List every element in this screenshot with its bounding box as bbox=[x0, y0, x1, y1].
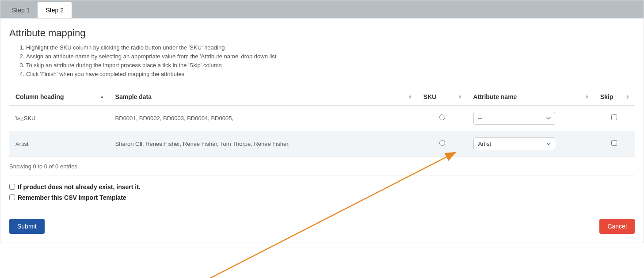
column-header-attribute-name[interactable]: Attribute name ▲▼ bbox=[467, 89, 594, 105]
sort-icon: ▲▼ bbox=[585, 95, 589, 99]
table-info: Showing 0 to 0 of 0 entries bbox=[9, 163, 635, 170]
instruction-item: Assign an attribute name by selecting an… bbox=[26, 52, 635, 61]
submit-button[interactable]: Submit bbox=[9, 219, 45, 234]
option-label: Remember this CSV Import Template bbox=[18, 194, 126, 201]
column-header-label: Column heading bbox=[15, 93, 64, 100]
instruction-item: Click 'Finish' when you have completed m… bbox=[26, 70, 635, 79]
annotation-layer: Time to map each column to the right att… bbox=[0, 256, 644, 278]
attribute-name-select[interactable]: --Artist bbox=[473, 137, 555, 150]
tab-step-1[interactable]: Step 1 bbox=[4, 2, 38, 18]
cancel-button[interactable]: Cancel bbox=[599, 219, 635, 234]
column-header-column-heading[interactable]: Column heading ▲ bbox=[9, 89, 109, 105]
instruction-item: To skip an attribute during the import p… bbox=[26, 61, 635, 70]
sort-icon: ▲ bbox=[100, 96, 104, 98]
skip-checkbox[interactable] bbox=[611, 114, 617, 120]
cell-attribute-name: --Artist bbox=[467, 131, 594, 156]
skip-checkbox[interactable] bbox=[611, 140, 617, 146]
column-header-label: Sample data bbox=[115, 93, 152, 100]
cell-sample-data: BD0001, BD0002, BD0003, BD0004, BD0005, bbox=[109, 105, 417, 131]
attribute-name-select[interactable]: --Artist bbox=[473, 112, 555, 125]
option-remember-template[interactable]: Remember this CSV Import Template bbox=[9, 194, 635, 201]
sort-icon: ▲▼ bbox=[626, 95, 629, 99]
column-header-label: Skip bbox=[600, 93, 614, 100]
option-label: If product does not already exist, inser… bbox=[18, 183, 141, 190]
sku-radio[interactable] bbox=[439, 140, 445, 146]
instruction-item: Highlight the SKU column by clicking the… bbox=[26, 43, 635, 52]
cell-sample-data: Sharon Gll, Renee Fisher, Renee Fisher, … bbox=[109, 131, 417, 156]
mapping-table: Column heading ▲ Sample data ▲▼ SKU bbox=[9, 89, 635, 157]
sort-icon: ▲▼ bbox=[458, 95, 462, 99]
column-header-skip[interactable]: Skip ▲▼ bbox=[594, 89, 635, 105]
instructions-list: Highlight the SKU column by clicking the… bbox=[26, 43, 635, 79]
options-section: If product does not already exist, inser… bbox=[9, 175, 635, 201]
column-header-label: SKU bbox=[423, 93, 437, 100]
cell-attribute-name: --Artist bbox=[467, 105, 594, 131]
page-title: Attribute mapping bbox=[9, 27, 635, 39]
cell-skip bbox=[594, 131, 635, 156]
table-row: ï»¿SKUBD0001, BD0002, BD0003, BD0004, BD… bbox=[9, 105, 635, 131]
column-header-sample-data[interactable]: Sample data ▲▼ bbox=[109, 89, 417, 105]
checkbox-remember-template[interactable] bbox=[9, 194, 15, 200]
cell-column-heading: ï»¿SKU bbox=[9, 105, 109, 131]
option-insert-if-missing[interactable]: If product does not already exist, inser… bbox=[9, 183, 635, 190]
column-header-label: Attribute name bbox=[473, 93, 517, 100]
buttons-row: Submit Cancel bbox=[9, 219, 635, 234]
table-row: ArtistSharon Gll, Renee Fisher, Renee Fi… bbox=[9, 131, 635, 156]
tab-step-2[interactable]: Step 2 bbox=[38, 2, 71, 18]
cell-skip bbox=[594, 105, 635, 131]
sku-radio[interactable] bbox=[439, 114, 445, 120]
content-panel: Attribute mapping Highlight the SKU colu… bbox=[0, 19, 644, 243]
sort-icon: ▲▼ bbox=[408, 95, 412, 99]
cell-sku bbox=[417, 131, 467, 156]
column-header-sku[interactable]: SKU ▲▼ bbox=[417, 89, 467, 105]
cell-sku bbox=[417, 105, 467, 131]
tabs-bar: Step 1 Step 2 bbox=[0, 0, 644, 19]
cell-column-heading: Artist bbox=[9, 131, 109, 156]
checkbox-insert-if-missing[interactable] bbox=[9, 184, 15, 190]
